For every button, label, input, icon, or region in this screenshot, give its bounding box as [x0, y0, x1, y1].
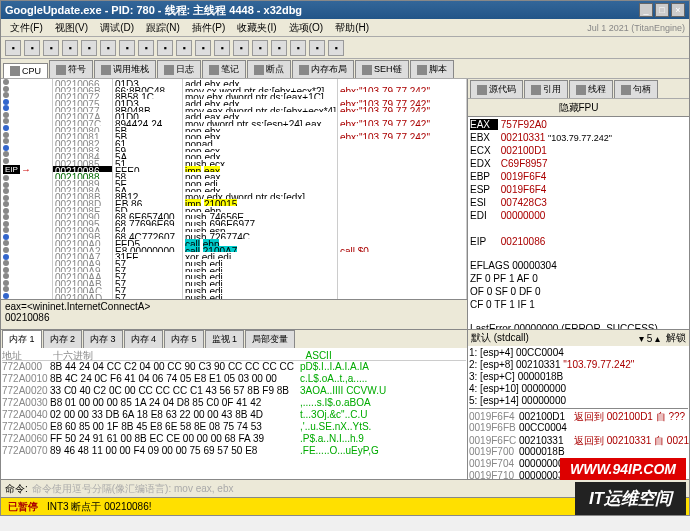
breakpoint-dot[interactable]: [3, 254, 9, 260]
breakpoint-dot[interactable]: [3, 132, 9, 138]
menu-item[interactable]: 选项(O): [284, 20, 328, 36]
dump-tab[interactable]: 内存 4: [124, 330, 164, 348]
addr-cell[interactable]: 0021007A: [53, 112, 112, 119]
register-row[interactable]: ECX 002100D1: [470, 145, 687, 158]
addr-cell[interactable]: 00210077: [53, 106, 112, 113]
breakpoint-dot[interactable]: [3, 86, 9, 92]
register-row[interactable]: ESP 0019F6F4: [470, 184, 687, 197]
dump-row[interactable]: 772A007089 46 48 11 00 00 F4 09 00 00 75…: [2, 445, 466, 457]
tab-thread[interactable]: 线程: [569, 80, 613, 98]
stack-row[interactable]: 0019F6FC00210331返回到 00210331 自 0021008A: [469, 434, 688, 446]
addr-cell[interactable]: 00210066: [53, 79, 112, 86]
breakpoint-dot[interactable]: [3, 182, 9, 188]
unlock-button[interactable]: 解锁: [666, 331, 686, 345]
breakpoint-dot[interactable]: [3, 188, 9, 194]
dump-tab[interactable]: 内存 5: [164, 330, 204, 348]
addr-cell[interactable]: 002100A2: [53, 246, 112, 253]
breakpoint-dot[interactable]: [3, 227, 9, 233]
menu-item[interactable]: 视图(V): [50, 20, 93, 36]
dump-row[interactable]: 772A0030B8 01 00 00 00 85 1A 24 04 D8 85…: [2, 397, 466, 409]
tab-flag[interactable]: 符号: [49, 60, 93, 78]
menu-item[interactable]: 收藏夹(I): [232, 20, 281, 36]
menu-item[interactable]: 帮助(H): [330, 20, 374, 36]
close-button[interactable]: ×: [671, 3, 685, 17]
addr-cell[interactable]: 002100A0: [53, 239, 112, 246]
addr-cell[interactable]: 00210084: [53, 152, 112, 159]
menu-item[interactable]: 插件(P): [187, 20, 230, 36]
breakpoint-dot[interactable]: [3, 260, 9, 266]
addr-cell[interactable]: 002100A7: [53, 252, 112, 259]
breakpoint-dot[interactable]: [3, 118, 9, 124]
addr-cell[interactable]: 00210072: [53, 92, 112, 99]
dump-row[interactable]: 772A0008B 44 24 04 CC C2 04 00 CC 90 C3 …: [2, 361, 466, 373]
menu-item[interactable]: 文件(F): [5, 20, 48, 36]
addr-cell[interactable]: 002100AB: [53, 279, 112, 286]
addr-cell[interactable]: 002100A9: [53, 266, 112, 273]
calling-convention[interactable]: 默认 (stdcall): [471, 331, 529, 345]
addr-cell[interactable]: 00210090: [53, 212, 112, 219]
refresh-icon[interactable]: ▪: [81, 40, 97, 56]
breakpoint-dot[interactable]: [3, 175, 9, 181]
register-row[interactable]: EDX C69F8957: [470, 158, 687, 171]
pause-icon[interactable]: ▪: [43, 40, 59, 56]
breakpoint-dot[interactable]: [3, 267, 9, 273]
dump-tab[interactable]: 局部变量: [245, 330, 295, 348]
dump-tab[interactable]: 内存 2: [43, 330, 83, 348]
step-over-icon[interactable]: ▪: [138, 40, 154, 56]
breakpoint-dot[interactable]: [3, 201, 9, 207]
fx-icon[interactable]: ▪: [252, 40, 268, 56]
stack-row[interactable]: 0019F6FB00CC0004: [469, 422, 688, 434]
breakpoint-dot[interactable]: [3, 158, 9, 164]
breakpoint-dot[interactable]: [3, 99, 9, 105]
addr-cell[interactable]: 00210086: [53, 166, 112, 173]
step-in-icon[interactable]: ▪: [119, 40, 135, 56]
command-input[interactable]: 命令使用逗号分隔(像汇编语言): mov eax, ebx: [32, 482, 234, 496]
dump-row[interactable]: 772A004002 00 00 33 DB 6A 18 E8 63 22 00…: [2, 409, 466, 421]
arrow-icon[interactable]: ▪: [100, 40, 116, 56]
step-out-icon[interactable]: ▪: [157, 40, 173, 56]
disassembly-pane[interactable]: EIP→ 002100660021006B0021007200210075002…: [1, 79, 467, 299]
breakpoint-dot[interactable]: [3, 247, 9, 253]
register-row[interactable]: EBP 0019F6F4: [470, 171, 687, 184]
breakpoint-dot[interactable]: [3, 92, 9, 98]
dump-row[interactable]: 772A0050E8 60 85 00 1F 8B 45 E8 6E 58 8E…: [2, 421, 466, 433]
sharp-icon[interactable]: ▪: [271, 40, 287, 56]
stack-arg[interactable]: 3: [esp+C] 0000018B: [469, 371, 688, 383]
list-icon[interactable]: ▪: [309, 40, 325, 56]
stack-row[interactable]: 0019F7000000018B: [469, 446, 688, 458]
breakpoint-dot[interactable]: [3, 151, 9, 157]
addr-cell[interactable]: 00210083: [53, 146, 112, 153]
register-row[interactable]: EBX 00210331 "103.79.77.242": [470, 132, 687, 145]
register-row[interactable]: [470, 223, 687, 236]
addr-cell[interactable]: 0021008F: [53, 206, 112, 213]
register-row[interactable]: ESI 007428C3: [470, 197, 687, 210]
addr-cell[interactable]: 00210075: [53, 99, 112, 106]
addr-cell[interactable]: 00210089: [53, 179, 112, 186]
tab-cpu[interactable]: CPU: [3, 63, 48, 78]
breakpoint-dot[interactable]: [3, 138, 9, 144]
tab-handle[interactable]: 句柄: [614, 80, 658, 98]
dump-row[interactable]: 772A0060FF 50 24 91 61 00 8B EC CE 00 00…: [2, 433, 466, 445]
addr-cell[interactable]: 00210088: [53, 172, 112, 179]
maximize-button[interactable]: □: [655, 3, 669, 17]
dump-row[interactable]: 772A00108B 4C 24 0C F6 41 04 06 74 05 E8…: [2, 373, 466, 385]
dump-row[interactable]: 772A002033 C0 40 C2 0C 00 CC CC CC C1 43…: [2, 385, 466, 397]
stack-arg[interactable]: 2: [esp+8] 00210331 "103.79.77.242": [469, 359, 688, 371]
breakpoint-dot[interactable]: [3, 145, 9, 151]
breakpoint-dot[interactable]: [3, 112, 9, 118]
breakpoint-dot[interactable]: [3, 234, 9, 240]
goto-icon[interactable]: ▪: [195, 40, 211, 56]
register-pane[interactable]: EAX 757F92A0 EBX 00210331 "103.79.77.242…: [468, 117, 689, 329]
tab-stack[interactable]: 调用堆栈: [94, 60, 156, 78]
breakpoint-dot[interactable]: [3, 105, 9, 111]
tab-script[interactable]: 脚本: [410, 60, 454, 78]
minimize-button[interactable]: _: [639, 3, 653, 17]
breakpoint-dot[interactable]: [3, 286, 9, 292]
addr-cell[interactable]: 002100AC: [53, 286, 112, 293]
register-row[interactable]: EDI 00000000: [470, 210, 687, 223]
folder-icon[interactable]: ▪: [5, 40, 21, 56]
breakpoint-dot[interactable]: [3, 221, 9, 227]
breakpoint-dot[interactable]: [3, 195, 9, 201]
breakpoint-dot[interactable]: [3, 125, 9, 131]
tab-note[interactable]: 笔记: [202, 60, 246, 78]
